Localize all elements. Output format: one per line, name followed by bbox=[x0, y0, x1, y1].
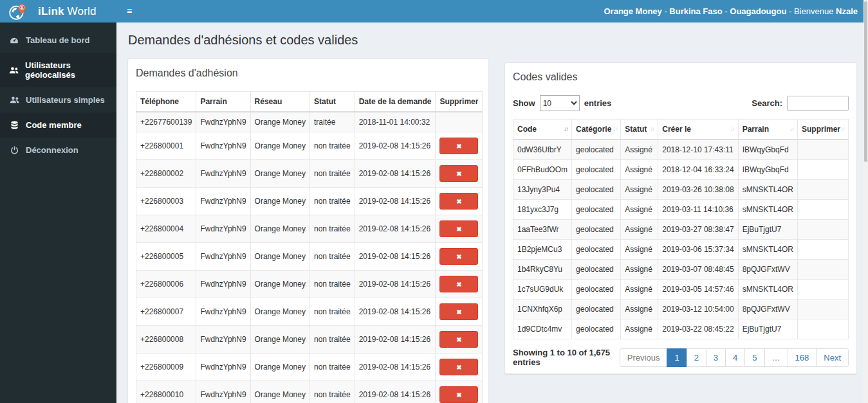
sidebar-item-deconnexion[interactable]: Déconnexion bbox=[0, 138, 116, 163]
adhesion-row: +226800004FwdhzYphN9Orange Moneynon trai… bbox=[136, 215, 483, 243]
page-button[interactable]: 4 bbox=[725, 348, 745, 367]
adhesion-row: +22677600139FwdhzYphN9Orange Moneytraité… bbox=[136, 112, 483, 132]
statut-cell: non traitée bbox=[309, 215, 355, 243]
reseau-cell: Orange Money bbox=[250, 132, 309, 160]
sort-icon: ↓↑ bbox=[730, 125, 734, 132]
sidebar-toggle-hamburger-icon[interactable]: ≡ bbox=[116, 0, 142, 22]
sidebar-item-label: Déconnexion bbox=[26, 145, 78, 155]
column-header-parrain: Parrain bbox=[196, 92, 250, 112]
scrollbar-thumb[interactable] bbox=[864, 1, 867, 162]
statut-cell: Assigné bbox=[621, 180, 658, 200]
parrain-cell: EjBuTjgtU7 bbox=[738, 319, 797, 339]
reseau-cell: Orange Money bbox=[250, 298, 309, 326]
sidebar-item-utilisateurs-simples[interactable]: Utilisateurs simples bbox=[0, 87, 116, 112]
top-header: $ iLink World ≡ Orange Money - Burkina F… bbox=[0, 0, 868, 22]
statut-cell: Assigné bbox=[621, 319, 658, 339]
datatable-footer: Showing 1 to 10 of 1,675 entries Previou… bbox=[513, 348, 849, 367]
statut-cell: non traitée bbox=[309, 271, 355, 298]
show-label: Show bbox=[513, 98, 535, 108]
search-input[interactable] bbox=[787, 96, 849, 111]
code-cell: 1B2pjeMCu3 bbox=[513, 240, 572, 260]
delete-button[interactable]: ✖ bbox=[439, 331, 478, 348]
page-button[interactable]: 5 bbox=[744, 348, 764, 367]
date-cell: 2019-02-08 14:15:26 bbox=[355, 381, 436, 403]
statut-cell: Assigné bbox=[621, 240, 658, 260]
parrain-cell: FwdhzYphN9 bbox=[196, 160, 250, 188]
page-button[interactable]: 3 bbox=[706, 348, 726, 367]
reseau-cell: Orange Money bbox=[250, 112, 309, 132]
telephone-cell: +226800008 bbox=[136, 326, 196, 354]
column-header-code[interactable]: ↓↑Code bbox=[513, 120, 572, 140]
page-button[interactable]: 168 bbox=[788, 348, 817, 367]
date-cell: 2019-02-08 14:15:26 bbox=[355, 298, 436, 326]
delete-button[interactable]: ✖ bbox=[439, 193, 478, 210]
brand-title: iLink World bbox=[38, 5, 97, 18]
navbar: ≡ Orange Money - Burkina Faso - Ouagadou… bbox=[116, 0, 868, 22]
column-header-categorie[interactable]: ↓↑Catégorie bbox=[572, 120, 621, 140]
parrain-cell: FwdhzYphN9 bbox=[196, 326, 250, 354]
code-cell: 1d9CDtc4mv bbox=[513, 319, 572, 339]
supprimer-cell: ✖ bbox=[436, 132, 483, 160]
sort-icon: ↓↑ bbox=[613, 125, 616, 132]
parrain-cell: EjBuTjgtU7 bbox=[738, 220, 797, 240]
sidebar-item-label: Code membre bbox=[26, 120, 82, 130]
column-header-creer-le[interactable]: ↓↑Créer le bbox=[658, 120, 738, 140]
delete-button[interactable]: ✖ bbox=[439, 138, 478, 154]
delete-button[interactable]: ✖ bbox=[439, 165, 478, 182]
column-header-statut[interactable]: ↓↑Statut bbox=[621, 120, 658, 140]
code-cell: 1b4RkyC8Yu bbox=[513, 260, 572, 280]
delete-button[interactable]: ✖ bbox=[439, 359, 478, 375]
supprimer-cell bbox=[798, 319, 849, 339]
sidebar-item-tableau-de-bord[interactable]: Tableau de bord bbox=[0, 28, 116, 53]
delete-button[interactable]: ✖ bbox=[439, 303, 478, 320]
date-cell: 2019-02-08 14:15:26 bbox=[355, 188, 436, 215]
parrain-cell: FwdhzYphN9 bbox=[196, 243, 250, 271]
telephone-cell: +22677600139 bbox=[136, 112, 196, 132]
codes-panel: Codes valides Show 10 entries Search: ↓↑… bbox=[504, 62, 857, 374]
entries-select[interactable]: 10 bbox=[540, 95, 580, 111]
categorie-cell: geolocated bbox=[572, 180, 621, 200]
date-cell: 2018-11-01 14:00:32 bbox=[355, 112, 436, 132]
code-row: 0FFhBudOOmgeolocatedAssigné2018-12-04 16… bbox=[513, 160, 849, 180]
delete-button[interactable]: ✖ bbox=[439, 220, 478, 237]
adhesions-table: TéléphoneParrainRéseauStatutDate de la d… bbox=[136, 91, 483, 403]
statut-cell: Assigné bbox=[621, 139, 658, 160]
next-page-button[interactable]: Next bbox=[816, 348, 849, 367]
parrain-cell: FwdhzYphN9 bbox=[196, 354, 250, 381]
creer-le-cell: 2019-03-22 08:45:22 bbox=[658, 319, 738, 339]
telephone-cell: +226800010 bbox=[136, 381, 196, 403]
delete-button[interactable]: ✖ bbox=[439, 386, 478, 403]
vertical-scrollbar[interactable] bbox=[863, 0, 868, 403]
sidebar-item-code-membre[interactable]: Code membre bbox=[0, 112, 116, 138]
supprimer-cell bbox=[798, 220, 849, 240]
page-button[interactable]: 1 bbox=[667, 348, 687, 367]
statut-cell: Assigné bbox=[621, 300, 658, 319]
column-header-supprimer[interactable]: ↓↑Supprimer bbox=[798, 120, 849, 140]
page-button[interactable]: 2 bbox=[687, 348, 706, 367]
code-row: 181yxc3J7ggeolocatedAssigné2019-03-11 14… bbox=[513, 200, 849, 220]
sidebar-item-utilisateurs-geolocalises[interactable]: Utilisateurs géolocalisés bbox=[0, 53, 116, 87]
reseau-cell: Orange Money bbox=[250, 326, 309, 354]
codes-table-body: 0dW36UfbrYgeolocatedAssigné2018-12-10 17… bbox=[513, 139, 849, 339]
sidebar-menu: Tableau de bordUtilisateurs géolocalisés… bbox=[0, 28, 116, 163]
delete-button[interactable]: ✖ bbox=[439, 248, 478, 265]
adhesion-row: +226800003FwdhzYphN9Orange Moneynon trai… bbox=[136, 188, 483, 215]
sort-icon: ↓↑ bbox=[650, 125, 654, 132]
pagination-ellipsis: … bbox=[764, 348, 788, 367]
reseau-cell: Orange Money bbox=[250, 271, 309, 298]
reseau-cell: Orange Money bbox=[250, 215, 309, 243]
creer-le-cell: 2018-12-04 16:33:24 bbox=[658, 160, 738, 180]
code-row: 1B2pjeMCu3geolocatedAssigné2019-03-06 15… bbox=[513, 240, 849, 260]
statut-cell: non traitée bbox=[309, 243, 355, 271]
column-header-parrain[interactable]: ↓↑Parrain bbox=[738, 120, 797, 140]
brand-logo[interactable]: $ iLink World bbox=[0, 0, 116, 22]
delete-button[interactable]: ✖ bbox=[439, 276, 478, 292]
reseau-cell: Orange Money bbox=[250, 160, 309, 188]
sidebar-item-label: Utilisateurs géolocalisés bbox=[25, 60, 107, 80]
previous-page-button[interactable]: Previous bbox=[620, 348, 668, 367]
adhesions-panel-title: Demandes d'adhésion bbox=[136, 67, 481, 79]
categorie-cell: geolocated bbox=[572, 280, 621, 300]
database-icon bbox=[9, 121, 19, 130]
parrain-cell: FwdhzYphN9 bbox=[196, 112, 250, 132]
supprimer-cell bbox=[798, 280, 849, 300]
